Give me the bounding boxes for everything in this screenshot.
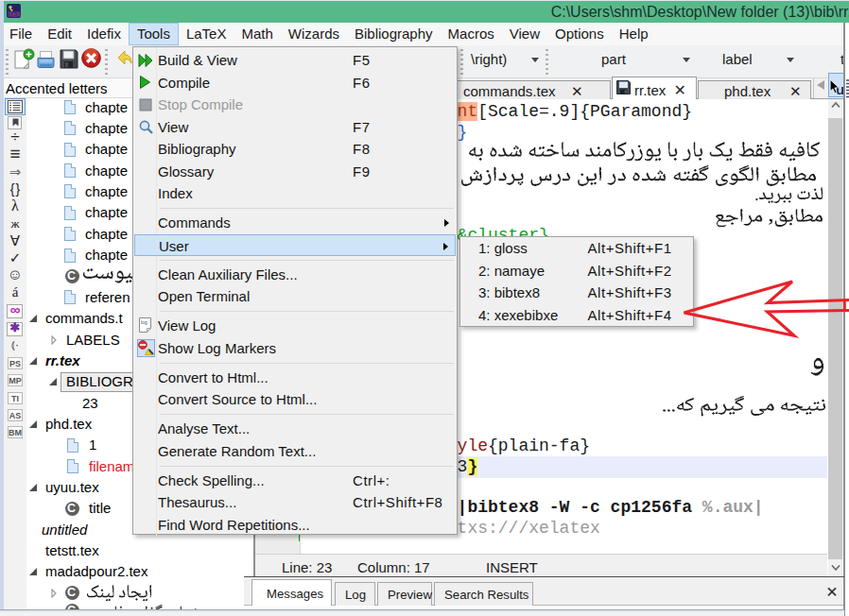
svg-text:log: log bbox=[141, 318, 147, 324]
svg-text:TEX: TEX bbox=[9, 10, 21, 18]
